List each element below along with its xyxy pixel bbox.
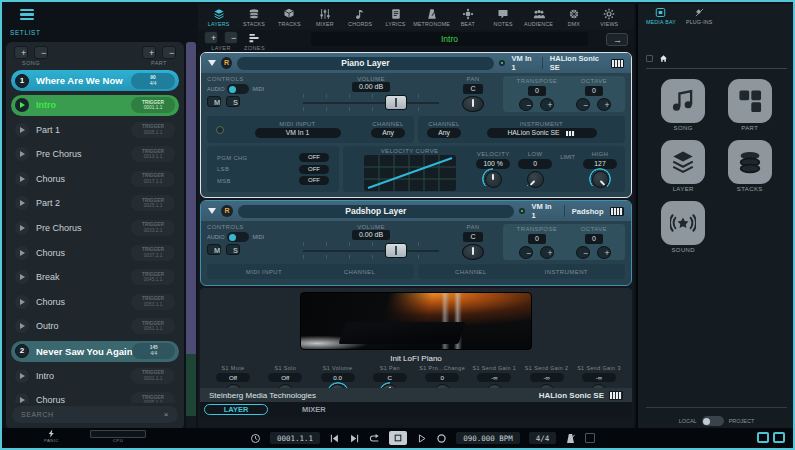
midi-input-name[interactable]: VM In 1 (532, 202, 557, 220)
play-icon[interactable] (15, 196, 29, 210)
volume-value[interactable]: 0.00 dB (352, 82, 390, 92)
local-project-toggle[interactable] (702, 416, 724, 426)
setlist-song-row[interactable]: 1Where Are We Now904/4 (11, 70, 179, 91)
tab-metronome[interactable]: METRONOME (413, 8, 450, 27)
layer-name[interactable]: Piano Layer (237, 57, 494, 70)
channel-select[interactable]: Any (371, 128, 405, 138)
transpose-value[interactable]: 0 (528, 234, 546, 244)
remove-part-button[interactable]: − (162, 46, 176, 59)
play-icon[interactable] (15, 123, 29, 137)
solo-button[interactable]: S (226, 244, 240, 255)
pgm-chg-select[interactable]: OFF (299, 153, 329, 162)
instrument-name[interactable]: Padshop (572, 207, 604, 216)
collapse-icon[interactable] (208, 60, 216, 66)
transpose-plus-button[interactable]: + (540, 246, 554, 259)
instrument-select[interactable]: HALion Sonic SE (487, 128, 597, 138)
setlist-part-row[interactable]: ChorusTRIGGER0017.1.1 (11, 168, 179, 189)
play-icon[interactable] (15, 295, 29, 309)
tab-audience[interactable]: AUDIENCE (521, 8, 556, 27)
velocity-value[interactable]: 100 % (476, 159, 510, 169)
play-icon[interactable] (15, 270, 29, 284)
low-value[interactable]: 0 (518, 159, 552, 169)
media-tile-song[interactable]: SONG (661, 79, 705, 131)
param-value[interactable]: 0.0 (321, 373, 355, 382)
volume-slider-handle[interactable] (385, 95, 407, 110)
add-part-button[interactable]: + (142, 46, 156, 59)
octave-plus-button[interactable]: + (597, 246, 611, 259)
keyboard-icon[interactable] (611, 59, 624, 68)
play-icon[interactable] (15, 98, 29, 112)
tab-plug-ins[interactable]: PLUG-INS (686, 7, 713, 25)
remove-song-button[interactable]: − (34, 46, 48, 59)
transpose-minus-button[interactable]: − (519, 98, 533, 111)
media-tile-layer[interactable]: LAYER (661, 140, 705, 192)
play-icon[interactable] (15, 393, 29, 403)
tab-layers[interactable]: LAYERS (201, 8, 236, 27)
volume-value[interactable]: 0.00 dB (352, 230, 390, 240)
preset-name[interactable]: Init LoFI Piano (200, 354, 632, 363)
media-tile-sound[interactable]: SOUND (661, 201, 705, 253)
param-value[interactable]: Off (216, 373, 250, 382)
setlist-part-row[interactable]: Part 2TRIGGER0025.1.1 (11, 193, 179, 214)
velocity-curve-graph[interactable] (364, 155, 456, 191)
setlist-part-row[interactable]: ChorusTRIGGER0005.1.1 (11, 390, 179, 403)
velocity-knob[interactable] (485, 171, 502, 188)
tab-dmx[interactable]: DMX (556, 8, 591, 27)
setlist-scrollbar[interactable] (186, 42, 196, 430)
tab-lyrics[interactable]: LYRICS (378, 8, 413, 27)
clear-search-icon[interactable]: × (164, 410, 169, 419)
high-knob[interactable] (592, 171, 609, 188)
setlist-menu-icon[interactable] (20, 9, 34, 22)
piano-layer-header[interactable]: R Piano Layer VM In 1 HALion Sonic SE (201, 53, 631, 73)
record-arm-button[interactable]: R (221, 57, 232, 69)
tab-mixer[interactable]: MIXER (307, 8, 342, 27)
go-to-start-button[interactable] (329, 433, 340, 444)
cycle-button[interactable] (369, 433, 380, 444)
click-checkbox[interactable] (585, 433, 595, 443)
audio-midi-toggle[interactable] (227, 232, 249, 242)
param-value[interactable]: Off (268, 373, 302, 382)
tab-media-bay[interactable]: MEDIA BAY (646, 7, 676, 25)
media-tile-part[interactable]: PART (728, 79, 772, 131)
pan-value[interactable]: C (463, 84, 482, 94)
pan-knob[interactable] (462, 96, 484, 112)
filter-checkbox[interactable] (646, 55, 653, 62)
time-signature-display[interactable]: 4/4 (529, 432, 557, 444)
setlist-part-row[interactable]: OutroTRIGGER0061.1.1 (11, 316, 179, 337)
record-button[interactable] (436, 433, 447, 444)
position-display[interactable]: 0001.1.1 (270, 432, 320, 444)
volume-slider[interactable] (299, 242, 443, 259)
tempo-display[interactable]: 090.000 BPM (456, 432, 520, 444)
zones-button[interactable]: ZONES (244, 32, 265, 51)
next-part-button[interactable]: → (606, 33, 628, 46)
add-song-button[interactable]: + (14, 46, 28, 59)
tab-views[interactable]: VIEWS (592, 8, 627, 27)
play-icon[interactable] (15, 246, 29, 260)
octave-plus-button[interactable]: + (597, 98, 611, 111)
high-value[interactable]: 127 (583, 159, 617, 169)
layout-right-button[interactable] (773, 432, 785, 443)
play-icon[interactable] (15, 221, 29, 235)
metronome-icon[interactable] (565, 433, 576, 444)
low-knob[interactable] (527, 171, 544, 188)
play-icon[interactable] (15, 369, 29, 383)
setlist-part-row[interactable]: ChorusTRIGGER0053.1.1 (11, 291, 179, 312)
midi-input-select[interactable]: VM In 1 (255, 128, 341, 138)
octave-minus-button[interactable]: − (576, 246, 590, 259)
param-value[interactable]: -∞ (530, 373, 564, 382)
tab-stacks[interactable]: STACKS (236, 8, 271, 27)
lsb-select[interactable]: OFF (299, 165, 329, 174)
pan-knob[interactable] (462, 244, 484, 260)
channel-select[interactable]: Any (427, 128, 461, 138)
transpose-value[interactable]: 0 (528, 86, 546, 96)
transpose-plus-button[interactable]: + (540, 98, 554, 111)
play-icon[interactable] (15, 319, 29, 333)
play-button[interactable] (416, 433, 427, 444)
tab-mixer[interactable]: MIXER (302, 405, 326, 414)
stop-button[interactable] (389, 431, 407, 445)
octave-minus-button[interactable]: − (576, 98, 590, 111)
play-icon[interactable] (15, 147, 29, 161)
home-icon[interactable] (659, 54, 668, 63)
search-input[interactable]: SEARCH × (12, 406, 178, 423)
play-icon[interactable] (15, 172, 29, 186)
